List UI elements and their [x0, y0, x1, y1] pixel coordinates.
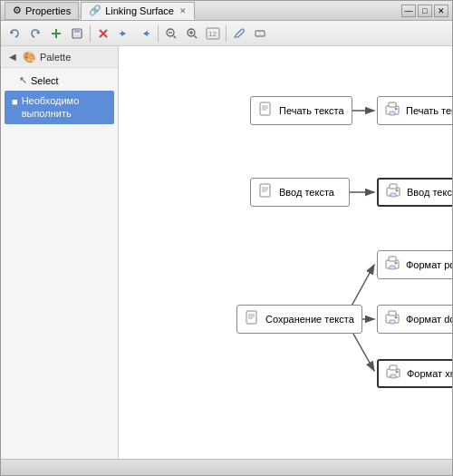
save-button[interactable] — [67, 24, 87, 44]
shape-button[interactable] — [250, 24, 270, 44]
window-controls: — □ ✕ — [401, 5, 448, 17]
svg-point-57 — [396, 371, 399, 374]
linking-surface-tab-label: Linking Surface — [105, 5, 174, 16]
zoomout-button[interactable] — [161, 24, 181, 44]
delete-button[interactable] — [93, 24, 113, 44]
node-format-doc-icon — [385, 310, 401, 328]
toolbar-sep3 — [226, 25, 226, 42]
main-area: ◀ 🎨 Palette ↖ Select ■ Необходимовыполни… — [1, 46, 452, 459]
node-print-text-src-label: Печать текста — [279, 105, 344, 116]
svg-point-33 — [395, 108, 398, 111]
svg-rect-32 — [390, 112, 395, 115]
svg-rect-51 — [389, 311, 396, 316]
fit-button[interactable]: 12 — [203, 24, 223, 44]
svg-point-53 — [395, 316, 398, 319]
panel-items: ↖ Select ■ Необходимовыполнить — [1, 68, 118, 130]
minimize-button[interactable]: — — [401, 5, 416, 17]
forward-button[interactable] — [135, 24, 155, 44]
node-print-text-dst[interactable]: Печать текста — [377, 96, 452, 125]
maximize-button[interactable]: □ — [418, 5, 432, 17]
edit-button[interactable] — [229, 24, 249, 44]
node-print-text-src-icon — [258, 102, 275, 120]
toolbar-sep1 — [90, 25, 91, 42]
left-panel: ◀ 🎨 Palette ↖ Select ■ Необходимовыполни… — [1, 46, 119, 459]
required-icon: ■ — [12, 95, 18, 108]
title-bar: ⚙ Properties 🔗 Linking Surface ✕ — □ ✕ — [1, 1, 452, 21]
panel-back-btn[interactable]: ◀ — [6, 51, 19, 63]
svg-line-11 — [174, 35, 177, 38]
node-format-pdf-label: Формат pdf — [406, 259, 452, 270]
back-button[interactable] — [114, 24, 134, 44]
node-input-text-dst-label: Ввод текста — [407, 187, 452, 198]
app-window: ⚙ Properties 🔗 Linking Surface ✕ — □ ✕ — [0, 0, 453, 476]
node-format-xml-label: Формат xml — [407, 368, 452, 379]
svg-rect-46 — [246, 311, 256, 324]
palette-icon: 🎨 — [23, 51, 36, 63]
svg-point-45 — [395, 262, 398, 265]
select-label: Select — [31, 75, 59, 86]
node-input-text-dst-icon — [386, 183, 402, 201]
node-format-xml[interactable]: Формат xml — [377, 359, 452, 388]
svg-rect-40 — [390, 193, 396, 197]
canvas-area[interactable]: Печать текста Печать текста Ввод текста — [119, 46, 452, 459]
required-item[interactable]: ■ Необходимовыполнить — [5, 91, 114, 124]
svg-rect-26 — [260, 102, 270, 115]
toolbar-sep2 — [158, 25, 159, 42]
node-input-text-src-label: Ввод текста — [279, 187, 334, 198]
zoomin-button[interactable] — [182, 24, 202, 44]
panel-title: Palette — [40, 52, 71, 63]
properties-tab-label: Properties — [25, 5, 71, 16]
node-format-pdf-icon — [385, 256, 401, 274]
svg-rect-6 — [74, 34, 80, 37]
svg-rect-5 — [74, 29, 80, 33]
node-format-xml-icon — [386, 364, 402, 383]
node-input-text-dst[interactable]: Ввод текста — [377, 178, 452, 207]
select-item[interactable]: ↖ Select — [1, 72, 118, 89]
close-button[interactable]: ✕ — [434, 5, 448, 17]
node-print-text-src[interactable]: Печать текста — [250, 96, 352, 125]
panel-header: ◀ 🎨 Palette — [1, 46, 118, 68]
node-format-doc[interactable]: Формат doc — [377, 305, 452, 334]
redo-button[interactable] — [25, 24, 45, 44]
svg-rect-55 — [390, 365, 397, 370]
node-input-text-src[interactable]: Ввод текста — [250, 178, 350, 207]
node-save-text-icon — [245, 310, 261, 328]
svg-rect-52 — [390, 320, 395, 324]
select-icon: ↖ — [19, 74, 27, 86]
svg-rect-34 — [260, 184, 270, 197]
svg-rect-44 — [390, 266, 395, 269]
tab-close-button[interactable]: ✕ — [179, 6, 187, 15]
required-label: Необходимовыполнить — [22, 94, 80, 121]
tab-properties[interactable]: ⚙ Properties — [5, 2, 79, 20]
svg-rect-43 — [389, 257, 396, 261]
node-print-text-dst-label: Печать текста — [406, 105, 452, 116]
tab-linking-surface[interactable]: 🔗 Linking Surface ✕ — [81, 2, 195, 20]
node-format-pdf[interactable]: Формат pdf — [377, 250, 452, 279]
svg-text:12: 12 — [208, 30, 217, 38]
toolbar: 12 — [1, 21, 452, 46]
svg-rect-39 — [390, 184, 397, 189]
linking-surface-tab-icon: 🔗 — [89, 5, 101, 16]
canvas-inner: Печать текста Печать текста Ввод текста — [119, 46, 452, 459]
node-format-doc-label: Формат doc — [406, 314, 452, 325]
svg-line-23 — [350, 265, 374, 309]
add-button[interactable] — [46, 24, 66, 44]
svg-rect-31 — [389, 102, 396, 107]
node-save-text-label: Сохранение текста — [265, 314, 354, 325]
node-save-text[interactable]: Сохранение текста — [236, 305, 362, 334]
properties-tab-icon: ⚙ — [13, 5, 22, 16]
svg-point-41 — [396, 189, 399, 192]
svg-line-25 — [350, 327, 374, 371]
undo-button[interactable] — [5, 24, 24, 44]
node-print-text-dst-icon — [385, 102, 401, 120]
svg-rect-56 — [390, 374, 396, 378]
svg-line-15 — [195, 35, 198, 38]
status-bar — [1, 459, 452, 475]
tabs-container: ⚙ Properties 🔗 Linking Surface ✕ — [5, 2, 195, 20]
node-input-text-src-icon — [258, 183, 275, 201]
